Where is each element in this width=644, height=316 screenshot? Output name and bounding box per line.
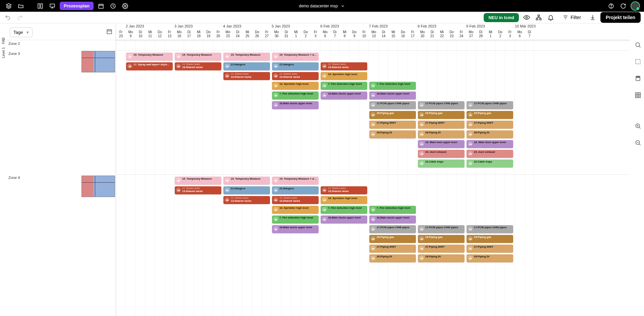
- gantt-task[interactable]: 13. Shared racks13.Shared racks: [321, 62, 367, 70]
- gantt-task[interactable]: 21.Hangers: [223, 62, 270, 70]
- stack-icon[interactable]: [4, 1, 13, 11]
- gantt-task[interactable]: 28.Piping DI: [467, 254, 513, 262]
- gantt-task[interactable]: 15. Temporary Measure: [223, 177, 270, 185]
- panel-icon[interactable]: [633, 74, 643, 83]
- gantt-task[interactable]: 13. Shared racks13.Shared racks: [175, 186, 221, 194]
- gantt-body[interactable]: 15. Temporary Measure15. Temporary Measu…: [116, 40, 630, 316]
- gantt-task[interactable]: 13. Shared racks13.Shared racks: [321, 186, 367, 194]
- gantt-task[interactable]: 16.Main ducts upper level: [321, 91, 367, 100]
- gantt-task[interactable]: 28.Piping DI: [418, 130, 465, 138]
- layout-icon[interactable]: [36, 1, 45, 11]
- gantt-task[interactable]: 10. Sprinkler high level: [272, 82, 319, 90]
- presentation-icon[interactable]: [48, 1, 57, 11]
- neu-button[interactable]: NEU in lcmd: [484, 13, 519, 22]
- gantt-task[interactable]: 25.Piping gas: [467, 235, 513, 243]
- gantt-task[interactable]: 17.PCW pipes CHW pipes: [418, 225, 465, 233]
- gantt-task[interactable]: 28.Piping DI: [369, 254, 416, 262]
- zoom-in-icon[interactable]: [633, 121, 643, 131]
- zone-label[interactable]: Zone 4: [6, 174, 20, 180]
- clock-icon[interactable]: [108, 1, 118, 11]
- gantt-task[interactable]: 15. Temporary Measure: [175, 177, 221, 185]
- gantt-task[interactable]: 15. Temporary Measure + drying: [272, 53, 319, 61]
- share-project-button[interactable]: Projekt teilen: [600, 12, 641, 23]
- zone-thumbnail[interactable]: [82, 176, 115, 197]
- hierarchy-icon[interactable]: [534, 13, 543, 22]
- view-granularity-select[interactable]: Tage: [10, 27, 33, 37]
- gantt-task[interactable]: 13. Shared racks13.Shared racks: [175, 62, 221, 70]
- gantt-task[interactable]: 16.Main ducts upper level: [369, 215, 416, 224]
- gantt-task[interactable]: 7. Fire detection high level: [272, 91, 319, 100]
- gantt-task[interactable]: 27.Piping WWT: [418, 121, 465, 129]
- zone-label[interactable]: Zone 2: [6, 40, 20, 46]
- gantt-task[interactable]: 7. Fire detection high level: [369, 206, 416, 214]
- gantt-task[interactable]: 13. Shared racks13.Shared racks: [223, 72, 270, 80]
- gantt-task[interactable]: 17.PCW pipes CHW pipes: [467, 225, 513, 233]
- gantt-task[interactable]: 24. duct exhaust: [418, 150, 465, 158]
- gantt-task[interactable]: 7. Fire detection high level: [369, 82, 416, 90]
- calendar-icon[interactable]: [96, 1, 106, 11]
- gantt-task[interactable]: 22.Cable trays: [467, 160, 513, 168]
- date-picker-icon[interactable]: [106, 28, 112, 35]
- gantt-task[interactable]: 28.Piping DI: [418, 254, 465, 262]
- gantt-task[interactable]: 25.Piping gas: [467, 111, 513, 119]
- folder-icon[interactable]: [16, 1, 25, 11]
- undo-button[interactable]: [3, 13, 12, 22]
- download-icon[interactable]: [588, 13, 597, 22]
- gantt-task[interactable]: 24. duct exhaust: [467, 150, 513, 158]
- refresh-icon[interactable]: [619, 1, 628, 11]
- gantt-task[interactable]: 16.Main ducts upper level: [272, 101, 319, 109]
- zone-label[interactable]: Zone 3: [6, 50, 20, 56]
- gantt-task[interactable]: 22.Cable trays: [418, 160, 465, 168]
- filter-button[interactable]: Filter: [558, 12, 585, 22]
- gantt-task[interactable]: 17.PCW pipes CHW pipes: [418, 101, 465, 109]
- gantt-task[interactable]: 25.Piping gas: [369, 235, 416, 243]
- gantt-task[interactable]: 27.Piping WWT: [467, 245, 513, 253]
- gantt-task[interactable]: 16. Main duct upper level: [467, 140, 513, 148]
- gantt-task[interactable]: 7. Fire detection high level: [272, 215, 319, 224]
- gantt-task[interactable]: 21.Hangers: [223, 186, 270, 194]
- gantt-task[interactable]: 13. Shared racks13.Shared racks: [272, 196, 319, 204]
- gantt-task[interactable]: 7. Fire detection high level: [321, 82, 367, 90]
- gantt-task[interactable]: 17. Spray wall layer+ drying time: [126, 62, 173, 70]
- help-icon[interactable]: [606, 1, 616, 11]
- gantt-task[interactable]: 16.Main ducts upper level: [272, 225, 319, 233]
- zone-thumbnail[interactable]: [82, 51, 115, 72]
- gantt-task[interactable]: 10. Sprinkler high level: [272, 206, 319, 214]
- gantt-task[interactable]: 25.Piping gas: [418, 111, 465, 119]
- gantt-task[interactable]: 15. Temporary Measure: [126, 53, 173, 61]
- gantt-task[interactable]: 7. Fire detection high level: [321, 206, 367, 214]
- gantt-task[interactable]: 27.Piping WWT: [467, 121, 513, 129]
- search-icon[interactable]: [633, 40, 643, 50]
- gantt-task[interactable]: 27.Piping WWT: [418, 245, 465, 253]
- gantt-task[interactable]: 10. Sprinkler high level: [321, 72, 367, 80]
- gantt-task[interactable]: 15. Temporary Measure: [223, 53, 270, 61]
- settings-icon[interactable]: [120, 1, 130, 11]
- gantt-task[interactable]: 25.Piping gas: [369, 111, 416, 119]
- bell-icon[interactable]: [546, 13, 555, 22]
- gantt-task[interactable]: 21.Hangers: [272, 62, 319, 70]
- visibility-icon[interactable]: [522, 13, 531, 22]
- gantt-task[interactable]: 25.Piping gas: [418, 235, 465, 243]
- gantt-task[interactable]: 28.Piping DI: [369, 130, 416, 138]
- gantt-task[interactable]: 27.Piping WWT: [369, 121, 416, 129]
- gantt-task[interactable]: 16.Main ducts upper level: [321, 215, 367, 224]
- gantt-task[interactable]: 13. Shared racks13.Shared racks: [272, 72, 319, 80]
- gantt-task[interactable]: 16.Main ducts upper level: [369, 91, 416, 100]
- zoom-out-icon[interactable]: [633, 138, 643, 147]
- gantt-task[interactable]: 10. Sprinkler high level: [321, 196, 367, 204]
- gantt-task[interactable]: 17.PCW pipes CHW pipes: [467, 101, 513, 109]
- user-avatar[interactable]: [631, 1, 640, 11]
- gantt-task[interactable]: 13. Shared racks13.Shared racks: [223, 196, 270, 204]
- gantt-task[interactable]: 15. Temporary Measure: [175, 53, 221, 61]
- redo-button[interactable]: [15, 13, 24, 22]
- project-title-dropdown[interactable]: demo datacenter msp: [299, 4, 345, 8]
- prozessplan-button[interactable]: Prozessplan: [60, 2, 94, 10]
- gantt-chart[interactable]: 2 Jan 20233 Jan 20234 Jan 20235 Jan 2023…: [116, 24, 630, 316]
- gantt-task[interactable]: 15. Temporary Measure + drying: [272, 177, 319, 185]
- selection-icon[interactable]: [633, 57, 643, 66]
- gantt-task[interactable]: 27.Piping WWT: [369, 245, 416, 253]
- grid-icon[interactable]: [633, 90, 643, 100]
- gantt-task[interactable]: 21.Hangers: [272, 186, 319, 194]
- gantt-task[interactable]: 16. Main duct upper level: [418, 140, 465, 148]
- gantt-task[interactable]: 17.PCW pipes CHW pipes: [369, 225, 416, 233]
